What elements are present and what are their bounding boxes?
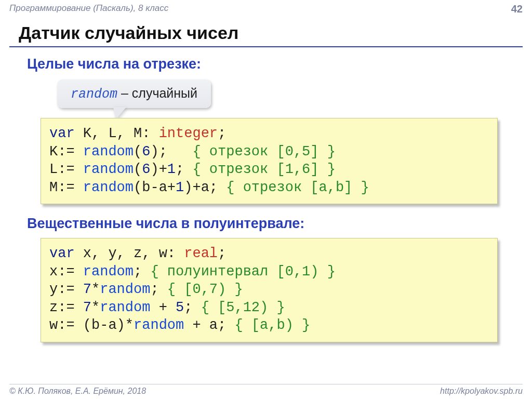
code-text: )+a;: [184, 180, 226, 195]
code-text: +: [150, 300, 176, 315]
code-num: 5: [176, 300, 184, 315]
code-text: ;: [176, 162, 192, 177]
code-text: ;: [150, 282, 167, 297]
code-text: (: [134, 144, 142, 159]
callout-keyword: random: [71, 87, 117, 102]
code-comment: { [5,12) }: [201, 300, 285, 315]
code-type: real: [184, 246, 218, 261]
code-num: 1: [176, 180, 184, 195]
code-fn: random: [83, 144, 134, 159]
title-underline: [9, 46, 523, 47]
code-comment: { [a,b) }: [234, 317, 310, 333]
code-text: w:= (b-a)*: [49, 317, 134, 333]
code-text: + a;: [184, 317, 234, 333]
code-block-integers: var K, L, M: integer; K:= random(6); { о…: [41, 118, 498, 204]
code-fn: random: [83, 162, 134, 177]
subtitle-integers: Целые числа на отрезке:: [27, 56, 201, 72]
page-number: 42: [511, 3, 523, 15]
footer-url: http://kpolyakov.spb.ru: [440, 387, 523, 396]
code-text: z:=: [49, 300, 83, 315]
code-text: ;: [184, 300, 201, 315]
footer-authors: © К.Ю. Поляков, Е.А. Ерёмин, 2018: [9, 387, 146, 396]
header-bar: Программирование (Паскаль), 8 класс 42: [9, 3, 523, 15]
code-fn: random: [83, 180, 134, 195]
code-comment: { отрезок [0,5] }: [192, 144, 335, 159]
callout-text: – случайный: [117, 86, 197, 100]
code-kw: var: [49, 246, 75, 261]
code-fn: random: [134, 317, 184, 333]
code-text: y:=: [49, 282, 83, 297]
code-text: )+: [150, 162, 167, 177]
code-text: *: [91, 300, 100, 315]
code-num: 6: [142, 144, 150, 159]
code-comment: { отрезок [a,b] }: [226, 180, 369, 195]
code-num: 7: [83, 282, 91, 297]
slide: Программирование (Паскаль), 8 класс 42 Д…: [0, 0, 532, 399]
code-text: *: [91, 282, 100, 297]
subtitle-reals: Вещественные числа в полуинтервале:: [27, 216, 304, 232]
code-comment: { [0,7) }: [167, 282, 243, 297]
page-title: Датчик случайных чисел: [19, 23, 238, 43]
code-type: integer: [159, 126, 218, 141]
code-num: 1: [167, 162, 176, 177]
code-text: K, L, M:: [75, 126, 159, 141]
code-fn: random: [83, 264, 134, 280]
footer-bar: © К.Ю. Поляков, Е.А. Ерёмин, 2018 http:/…: [9, 384, 523, 396]
code-kw: var: [49, 126, 75, 141]
code-text: x:=: [49, 264, 83, 280]
code-text: ;: [134, 264, 150, 280]
code-num: 7: [83, 300, 91, 315]
code-fn: random: [100, 282, 150, 297]
callout-random: random – случайный: [57, 79, 211, 108]
code-text: (: [134, 162, 142, 177]
code-text: M:=: [49, 180, 83, 195]
code-text: ;: [218, 126, 226, 141]
course-label: Программирование (Паскаль), 8 класс: [9, 3, 168, 15]
code-num: 6: [142, 162, 150, 177]
code-text: );: [150, 144, 192, 159]
code-text: K:=: [49, 144, 83, 159]
code-comment: { полуинтервал [0,1) }: [150, 264, 335, 280]
code-block-reals: var x, y, z, w: real; x:= random; { полу…: [41, 238, 498, 342]
code-text: ;: [218, 246, 226, 261]
code-fn: random: [100, 300, 150, 315]
code-text: (b-a+: [134, 180, 176, 195]
code-text: L:=: [49, 162, 83, 177]
code-comment: { отрезок [1,6] }: [192, 162, 335, 177]
code-text: x, y, z, w:: [75, 246, 184, 261]
